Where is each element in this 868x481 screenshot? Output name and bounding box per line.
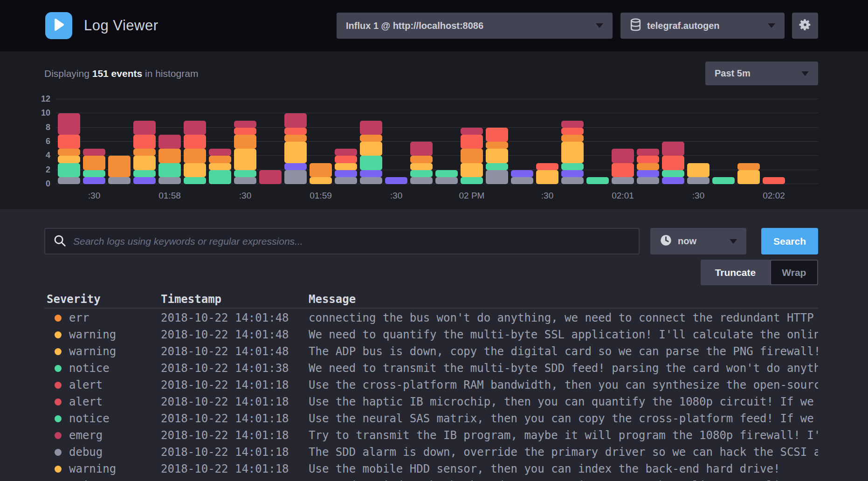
histogram-bar[interactable] [83,149,105,184]
timestamp-cell: 2018-10-22 14:01:18 [161,378,309,392]
table-row[interactable]: alert2018-10-22 14:01:18Use the cross-pl… [44,377,818,393]
histogram-bar[interactable] [158,135,181,184]
message-cell: Try to transmit the IB program, maybe it… [309,429,818,442]
table-row[interactable]: notice2018-10-22 14:01:38We need to tran… [44,360,818,377]
bar-segment-debug [561,177,584,184]
bar-segment-crit [184,135,206,149]
page-title: Log Viewer [84,0,158,51]
y-tick-label: 8 [27,123,50,132]
search-icon [53,234,67,249]
histogram-bar[interactable] [335,149,357,184]
timestamp-cell: 2018-10-22 14:01:48 [161,328,309,341]
histogram-bar[interactable] [687,163,710,184]
severity-label: emerg [69,429,161,442]
histogram-bar[interactable] [763,177,785,184]
histogram-bar[interactable] [259,170,282,184]
histogram-bar[interactable] [586,177,609,184]
table-row[interactable]: crit2018-10-22 14:01:18We need to index … [44,477,818,481]
y-tick-label: 12 [27,94,50,104]
histogram-bar[interactable] [360,121,382,184]
severity-dot [55,449,62,456]
time-range-dropdown[interactable]: Past 5m [705,62,818,85]
message-cell: connecting the bus won't do anything, we… [309,311,818,324]
histogram-bar[interactable] [511,170,533,184]
bar-segment-err [410,156,433,163]
search-time-dropdown[interactable]: now [650,228,746,254]
histogram-bar[interactable] [536,163,558,184]
histogram-bar[interactable] [385,177,407,184]
histogram-bar[interactable] [435,170,458,184]
bar-segment-notice [158,163,181,177]
column-timestamp: Timestamp [161,293,309,306]
summary-suffix: in histogram [145,68,198,79]
bar-segment-err [158,149,181,163]
gridline [56,113,818,113]
namespace-dropdown[interactable]: telegraf.autogen [620,13,785,39]
histogram-bar[interactable] [486,128,508,184]
severity-dot [55,315,62,322]
bar-segment-emerg [335,149,357,156]
bar-segment-err [486,142,508,149]
histogram-bar[interactable] [662,142,684,184]
table-row[interactable]: warning2018-10-22 14:01:48The ADP bus is… [44,343,818,360]
histogram-bar[interactable] [461,128,483,184]
histogram-bar[interactable] [410,142,433,184]
timestamp-cell: 2018-10-22 14:01:18 [161,446,309,459]
severity-dot [55,466,62,473]
bar-segment-notice [58,163,80,177]
table-row[interactable]: warning2018-10-22 14:01:18Use the mobile… [44,460,818,477]
truncate-option[interactable]: Truncate [701,260,770,285]
histogram-bar[interactable] [737,163,760,184]
histogram-bar[interactable] [133,121,156,184]
table-row[interactable]: emerg2018-10-22 14:01:18Try to transmit … [44,427,818,444]
histogram-bar[interactable] [209,149,231,184]
bar-segment-notice [662,170,684,177]
message-cell: The ADP bus is down, copy the digital ca… [309,345,818,358]
bar-segment-err [234,135,256,149]
bar-segment-warning [687,163,710,177]
table-row[interactable]: alert2018-10-22 14:01:18Use the haptic I… [44,393,818,410]
search-button[interactable]: Search [761,228,818,254]
table-row[interactable]: debug2018-10-22 14:01:18The SDD alarm is… [44,444,818,460]
bar-segment-debug [360,177,382,184]
column-severity: Severity [47,293,161,306]
x-tick-label: :30 [390,191,402,201]
bar-segment-info [284,163,307,170]
histogram-bar[interactable] [284,113,307,184]
search-input[interactable] [73,236,631,247]
message-cell: We need to quantify the multi-byte SSL a… [309,328,818,341]
log-table: Severity Timestamp Message err2018-10-22… [44,293,818,481]
gear-icon [798,18,812,34]
x-tick-label: :30 [692,191,704,201]
source-dropdown[interactable]: Influx 1 @ http://localhost:8086 [337,13,613,39]
y-tick-label: 2 [27,165,50,175]
bar-segment-notice [234,170,256,177]
bar-segment-emerg [284,113,307,127]
bar-segment-err [360,135,382,142]
histogram-bar[interactable] [184,121,206,184]
histogram-bar[interactable] [712,177,735,184]
clock-icon [660,234,678,248]
histogram-bar[interactable] [310,163,332,184]
histogram-plot [56,99,818,184]
y-tick-label: 6 [27,137,50,146]
x-tick-label: 01:59 [310,191,332,201]
histogram-bar[interactable] [234,121,256,184]
histogram-bar[interactable] [637,149,659,184]
bar-segment-emerg [662,142,684,156]
table-row[interactable]: err2018-10-22 14:01:48connecting the bus… [44,309,818,326]
histogram-bar[interactable] [108,156,131,184]
bar-segment-err [461,149,483,163]
bar-segment-emerg [561,121,584,128]
histogram-bar[interactable] [561,121,584,184]
settings-button[interactable] [792,13,818,39]
bar-segment-warning [209,163,231,170]
bar-segment-info [385,177,407,184]
table-row[interactable]: warning2018-10-22 14:01:48We need to qua… [44,326,818,343]
table-row[interactable]: notice2018-10-22 14:01:18Use the neural … [44,410,818,427]
histogram-bar[interactable] [612,149,634,184]
search-time-value: now [678,236,696,247]
histogram-bar[interactable] [58,113,80,184]
wrap-option[interactable]: Wrap [770,260,818,285]
bar-segment-emerg [410,142,433,156]
